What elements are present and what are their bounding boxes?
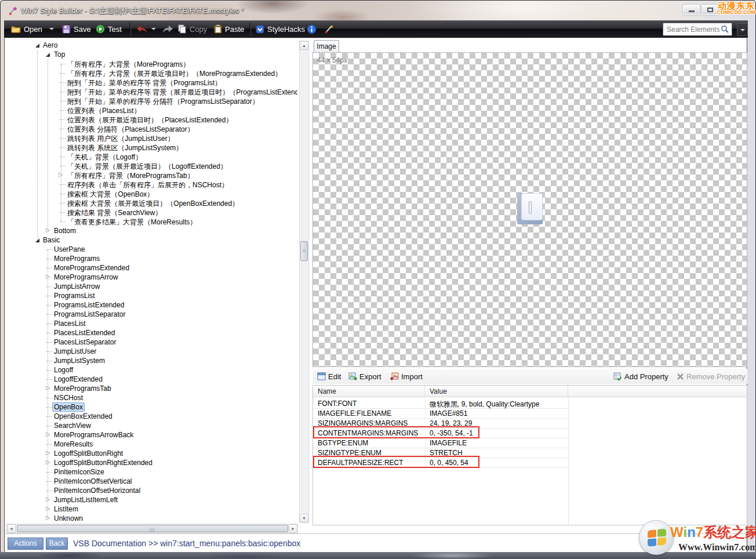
info-button[interactable] [307, 21, 317, 37]
add-property-button[interactable]: Add Property [613, 371, 668, 382]
tree-item[interactable]: 搜索框 大背景（展开最近项目）（OpenBoxExtended） [6, 198, 297, 208]
back-nav-button[interactable]: Back [46, 538, 68, 550]
tree-item[interactable]: LogoffExtended [6, 375, 297, 384]
import-button[interactable]: Import [390, 371, 423, 382]
property-row[interactable]: IMAGEFILE:FILENAMEIMAGE#851 [313, 409, 568, 419]
tree-item[interactable]: NSCHost [6, 393, 297, 402]
open-dropdown-arrow[interactable] [49, 28, 54, 30]
test-button[interactable]: Test [96, 21, 122, 37]
expand-expander-icon[interactable]: ▷ [59, 171, 63, 178]
tree-item[interactable]: JumpListUser [6, 347, 297, 356]
save-button[interactable]: Save [62, 21, 91, 37]
tree-item[interactable]: UserPane [6, 245, 297, 254]
tree-horizontal-scrollbar[interactable]: ◄ ► ||| [6, 524, 298, 533]
column-header-value[interactable]: Value [425, 386, 568, 397]
tree-item[interactable]: 位置列表 分隔符（PlacesListSeparator） [6, 124, 297, 133]
actions-button[interactable]: Actions [8, 538, 43, 550]
tree-item[interactable]: OpenBoxExtended [6, 412, 297, 421]
tree-item[interactable]: PlacesListExtended [6, 328, 297, 337]
tree-item[interactable]: 跳转列表 系统区（JumpListSystem） [6, 143, 297, 152]
tree-item[interactable]: 「所有程序」大背景（展开最近项目时）（MoreProgramsExtended） [6, 68, 297, 78]
tree-item[interactable]: 搜索结果 背景（SearchView） [6, 208, 297, 217]
tree-item[interactable]: Logoff [6, 365, 297, 375]
tree-item[interactable]: SearchView [6, 421, 297, 430]
expand-expander-icon[interactable]: ▷ [46, 431, 50, 438]
tree-item[interactable]: ◢Aero [6, 41, 297, 50]
property-row[interactable]: BGTYPE:ENUMIMAGEFILE [313, 438, 568, 448]
expand-expander-icon[interactable]: ▷ [46, 514, 50, 521]
tree-item[interactable]: 位置列表（PlacesList） [6, 106, 297, 115]
paste-button[interactable]: Paste [214, 21, 244, 37]
collapse-expander-icon[interactable]: ◢ [35, 42, 39, 49]
edit-button[interactable]: Edit [317, 371, 341, 382]
back-dropdown-arrow[interactable] [151, 28, 156, 30]
tree-item[interactable]: 跳转列表 用户区（JumpListUser） [6, 133, 297, 143]
tree-item[interactable]: 附到「开始」菜单的程序等 分隔符（ProgramsListSeparator） [6, 96, 297, 106]
tree-item[interactable]: PinItemIconOffsetHorizontal [6, 486, 297, 495]
tree-item[interactable]: ▷JumpListListItemLeft [6, 495, 297, 504]
back-button[interactable] [136, 21, 148, 37]
stylehacks-button[interactable]: StyleHacks [256, 21, 305, 37]
column-header-name[interactable]: Name [313, 386, 425, 397]
search-dropdown-button[interactable] [737, 23, 748, 36]
tree-item[interactable]: 附到「开始」菜单的程序等 背景（展开最近项目时）（ProgramsListExt… [6, 87, 297, 96]
scroll-right-arrow[interactable]: ► [289, 524, 297, 533]
tree-item[interactable]: ▷LogoffSplitButtonRight [6, 449, 297, 458]
tree-item[interactable]: 「关机」背景（展开最近项目）（LogoffExtended） [6, 161, 297, 170]
tree-item[interactable]: JumpListArrow [6, 282, 297, 291]
tree-item[interactable]: ProgramsListExtended [6, 300, 297, 310]
tree-item[interactable]: PinItemIconSize [6, 467, 297, 477]
scroll-down-arrow[interactable]: ▼ [300, 514, 308, 522]
wand-button[interactable] [324, 21, 334, 37]
tree-item[interactable]: ▷LogoffSplitButtonRightExtended [6, 458, 297, 467]
tree-item[interactable]: 位置列表（展开最近项目时）（PlacesListExtended） [6, 115, 297, 124]
tree-item[interactable]: ▷ListItem [6, 504, 297, 514]
remove-property-button[interactable]: Remove Property [677, 371, 745, 382]
horizontal-scroll-thumb[interactable]: ||| [17, 525, 288, 532]
tree-item[interactable]: ▷MoreProgramsArrowBack [6, 430, 297, 440]
tree-item[interactable]: ▷MoreProgramsTab [6, 384, 297, 393]
search-input[interactable]: Search Elements [663, 23, 732, 36]
scroll-left-arrow[interactable]: ◄ [7, 524, 16, 533]
collapse-expander-icon[interactable]: ◢ [35, 237, 39, 244]
tree-item[interactable]: 「所有程序」大背景（MorePrograms） [6, 59, 297, 68]
tree-item[interactable]: ▷MoreProgramsArrow [6, 273, 297, 282]
search-icon[interactable] [721, 25, 729, 34]
tree-item[interactable]: JumpListSystem [6, 356, 297, 365]
tree-item[interactable]: MoreProgramsExtended [6, 263, 297, 273]
expand-expander-icon[interactable]: ▷ [46, 449, 50, 456]
expand-expander-icon[interactable]: ▷ [46, 227, 50, 234]
minimize-button[interactable] [683, 5, 700, 15]
tree-item[interactable]: ▷「所有程序」背景（MoreProgramsTab） [6, 170, 297, 180]
tree-item[interactable]: ProgramsList [6, 291, 297, 300]
scroll-up-arrow[interactable]: ▲ [300, 41, 308, 50]
tree-item[interactable]: 程序列表（单击「所有程序」后展开的，NSCHost） [6, 180, 297, 189]
maximize-button[interactable] [702, 5, 718, 15]
tree-item[interactable]: ▷Unknown [6, 514, 297, 521]
tree-item[interactable]: MoreResults [6, 440, 297, 449]
property-row[interactable]: FONT:FONT微软雅黑, 9, bold, Quality:Cleartyp… [313, 399, 568, 409]
expand-expander-icon[interactable]: ▷ [46, 384, 50, 391]
tree-item[interactable]: ◢Top [6, 50, 297, 59]
tree-item[interactable]: PlacesList [6, 319, 297, 328]
expand-expander-icon[interactable]: ▷ [46, 459, 50, 466]
tree-item[interactable]: PlacesListSeparator [6, 337, 297, 347]
collapse-expander-icon[interactable]: ◢ [46, 51, 50, 58]
tree-item[interactable]: ▷Bottom [6, 226, 297, 235]
image-tab[interactable]: Image [314, 40, 339, 52]
expand-expander-icon[interactable]: ▷ [46, 505, 50, 512]
export-button[interactable]: Export [348, 371, 381, 382]
open-button[interactable]: Open [11, 21, 42, 37]
tree-item[interactable]: MorePrograms [6, 254, 297, 263]
vertical-scroll-thumb[interactable]: ≡ [300, 241, 308, 261]
tree-item[interactable]: 「查看更多结果」大背景（MoreResults） [6, 217, 297, 226]
expand-expander-icon[interactable]: ▷ [46, 273, 50, 280]
tree-item[interactable]: ProgramsListSeparator [6, 310, 297, 319]
forward-button[interactable] [162, 21, 173, 37]
expand-expander-icon[interactable]: ▷ [46, 496, 50, 503]
tree-vertical-scrollbar[interactable]: ▲ ▼ ≡ [299, 41, 309, 523]
tree-item[interactable]: 附到「开始」菜单的程序等 背景（ProgramsList） [6, 78, 297, 87]
tree-item[interactable]: ◢Basic [6, 235, 297, 245]
tree-item[interactable]: PinItemIconOffsetVertical [6, 477, 297, 486]
title-bar[interactable]: Win7 Style Builder - G:\主题制作\主题\FATE\FAT… [0, 0, 756, 20]
